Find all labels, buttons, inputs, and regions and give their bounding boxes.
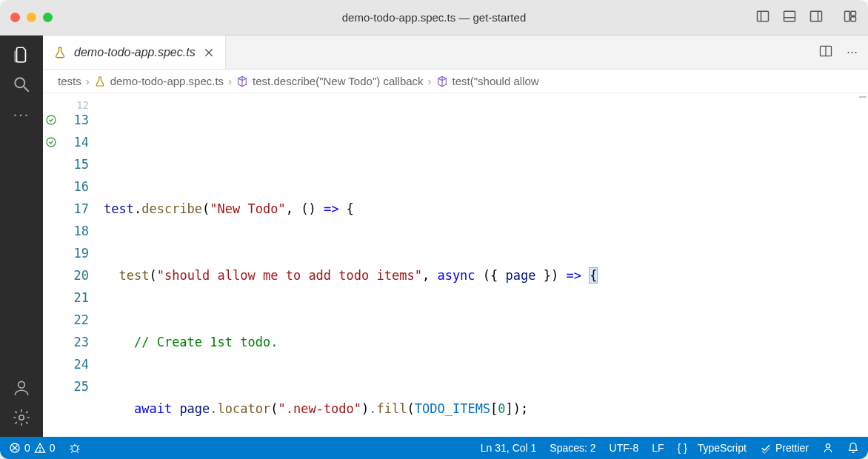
line-numbers: 12 13141516171819202122232425 (59, 93, 104, 437)
svg-point-23 (39, 451, 40, 452)
settings-gear-icon[interactable] (11, 407, 32, 428)
account-icon[interactable] (11, 378, 32, 398)
feedback-icon[interactable] (822, 442, 834, 454)
svg-point-11 (19, 381, 25, 388)
activity-bar: ··· (0, 36, 43, 437)
tab-filename: demo-todo-app.spec.ts (74, 46, 196, 59)
indentation-status[interactable]: Spaces: 2 (550, 442, 595, 454)
symbol-icon (436, 76, 448, 87)
cursor-position[interactable]: Ln 31, Col 1 (481, 442, 537, 454)
breadcrumb-segment[interactable]: tests (58, 75, 81, 87)
notifications-icon[interactable] (847, 442, 859, 454)
search-icon[interactable] (11, 74, 32, 95)
breadcrumb[interactable]: tests › demo-todo-app.spec.ts › test.des… (43, 70, 868, 93)
editor-more-icon[interactable]: ··· (847, 44, 858, 60)
svg-line-10 (24, 87, 29, 92)
close-tab-icon[interactable] (203, 47, 215, 58)
explorer-icon[interactable] (11, 44, 32, 65)
status-bar: 0 0 Ln 31, Col 1 Spaces: 2 UTF-8 LF { } … (0, 437, 868, 459)
svg-point-9 (15, 78, 24, 87)
cursor-position: { (589, 267, 598, 284)
breadcrumb-segment[interactable]: test.describe("New Todo") callback (253, 75, 423, 87)
problems-status[interactable]: 0 0 (9, 442, 56, 454)
eol-status[interactable]: LF (652, 442, 664, 454)
more-icon[interactable]: ··· (11, 104, 32, 124)
test-pass-icon[interactable] (43, 131, 59, 153)
test-gutter (43, 93, 59, 437)
svg-point-12 (19, 415, 24, 421)
window-title: demo-todo-app.spec.ts — get-started (0, 11, 868, 24)
tab-file[interactable]: demo-todo-app.spec.ts (43, 36, 226, 69)
flask-icon (53, 46, 67, 59)
split-editor-icon[interactable] (818, 44, 833, 61)
window-titlebar: demo-todo-app.spec.ts — get-started (0, 0, 868, 36)
debug-status-icon[interactable] (69, 442, 81, 454)
code-content[interactable]: test.describe("New Todo", () => { test("… (104, 93, 868, 437)
symbol-icon (236, 76, 248, 87)
svg-point-18 (47, 138, 56, 147)
editor-tabs: demo-todo-app.spec.ts ··· (43, 36, 868, 70)
minimap[interactable] (859, 96, 867, 163)
svg-point-17 (47, 115, 56, 124)
encoding-status[interactable]: UTF-8 (610, 442, 639, 454)
breadcrumb-segment[interactable]: demo-todo-app.spec.ts (110, 75, 224, 87)
svg-point-24 (72, 446, 78, 452)
language-mode[interactable]: { } TypeScript (678, 442, 747, 454)
breadcrumb-segment[interactable]: test("should allow (453, 75, 539, 87)
test-pass-icon[interactable] (43, 109, 59, 131)
flask-icon (94, 76, 106, 87)
code-editor[interactable]: 12 13141516171819202122232425 test.descr… (43, 93, 868, 437)
svg-point-25 (826, 444, 829, 448)
formatter-status[interactable]: Prettier (760, 442, 809, 454)
